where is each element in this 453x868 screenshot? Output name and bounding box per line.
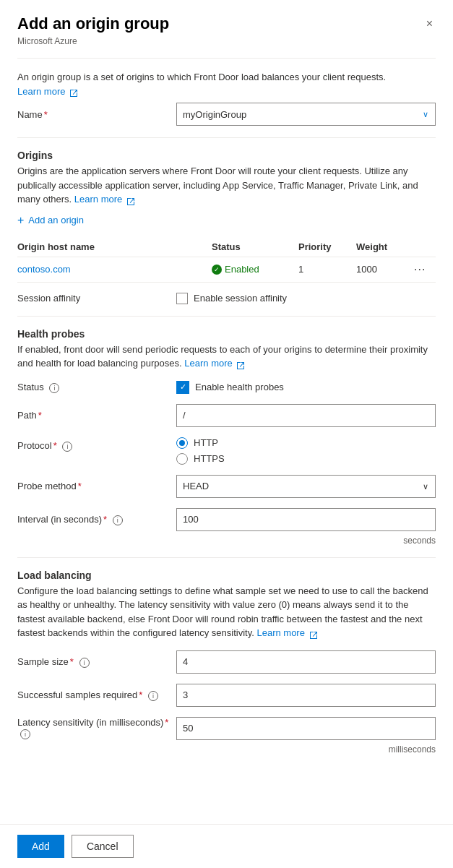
- interval-input[interactable]: [176, 508, 436, 531]
- probe-method-row: Probe method* HEAD GET: [17, 475, 436, 498]
- protocol-info-icon[interactable]: i: [62, 442, 72, 452]
- footer: Add Cancel: [0, 824, 453, 868]
- col-status: Status: [212, 241, 298, 252]
- protocol-https-label[interactable]: HTTPS: [176, 453, 225, 465]
- session-affinity-row: Session affinity Enable session affinity: [17, 293, 436, 304]
- session-affinity-label: Session affinity: [17, 293, 176, 304]
- intro-learn-more-link[interactable]: Learn more: [17, 86, 78, 97]
- load-balancing-section: Load balancing Configure the load balanc…: [17, 570, 436, 755]
- origin-weight: 1000: [356, 264, 414, 275]
- probe-method-wrapper: HEAD GET: [176, 475, 436, 498]
- name-label: Name*: [17, 109, 176, 120]
- sample-size-row: Sample size* i: [17, 650, 436, 674]
- check-icon: ✓: [212, 265, 222, 275]
- origin-priority: 1: [298, 264, 356, 275]
- health-status-label: Status i: [17, 382, 176, 393]
- panel-title: Add an origin group: [17, 14, 169, 33]
- radio-inner-dot: [179, 440, 185, 446]
- protocol-https-radio[interactable]: [176, 453, 188, 465]
- sample-size-input[interactable]: [176, 650, 436, 674]
- path-label: Path*: [17, 410, 176, 421]
- successful-samples-input[interactable]: [176, 684, 436, 707]
- successful-samples-label: Successful samples required* i: [17, 689, 176, 701]
- latency-input[interactable]: [176, 717, 436, 740]
- health-external-icon: [236, 360, 245, 369]
- name-row: Name* myOriginGroup: [17, 103, 436, 126]
- protocol-http-radio[interactable]: [176, 437, 188, 449]
- add-origin-button[interactable]: + Add an origin: [17, 211, 84, 230]
- plus-icon: +: [17, 214, 24, 227]
- load-balancing-description: Configure the load balancing settings to…: [17, 584, 436, 640]
- successful-samples-row: Successful samples required* i: [17, 684, 436, 707]
- sample-size-label: Sample size* i: [17, 656, 176, 668]
- health-probes-description: If enabled, front door will send periodi…: [17, 343, 436, 371]
- health-probes-enable-label[interactable]: ✓ Enable health probes: [176, 381, 284, 394]
- load-learn-more-link[interactable]: Learn more: [256, 627, 317, 638]
- latency-info-icon[interactable]: i: [20, 729, 30, 739]
- interval-label: Interval (in seconds)* i: [17, 514, 176, 525]
- external-link-icon: [69, 87, 78, 96]
- probe-method-select[interactable]: HEAD GET: [176, 475, 436, 498]
- origins-section: Origins Origins are the application serv…: [17, 150, 436, 304]
- name-select-wrapper: myOriginGroup: [176, 103, 436, 126]
- load-external-icon: [309, 629, 318, 638]
- latency-row: Latency sensitivity (in milliseconds)* i: [17, 717, 436, 740]
- name-select[interactable]: myOriginGroup: [176, 103, 436, 126]
- origin-host-link[interactable]: contoso.com: [17, 264, 71, 275]
- interval-suffix: seconds: [17, 536, 436, 546]
- session-affinity-checkbox[interactable]: [176, 293, 188, 304]
- successful-samples-info-icon[interactable]: i: [148, 691, 158, 701]
- col-host: Origin host name: [17, 241, 212, 252]
- interval-row: Interval (in seconds)* i: [17, 508, 436, 531]
- col-weight: Weight: [356, 241, 414, 252]
- path-input[interactable]: [176, 404, 436, 427]
- interval-info-icon[interactable]: i: [113, 515, 123, 525]
- table-row: contoso.com ✓ Enabled 1 1000 ···: [17, 257, 436, 283]
- origins-external-icon: [126, 196, 135, 205]
- sample-size-info-icon[interactable]: i: [79, 658, 90, 668]
- load-balancing-heading: Load balancing: [17, 570, 436, 581]
- health-status-row: Status i ✓ Enable health probes: [17, 381, 436, 394]
- cancel-button[interactable]: Cancel: [72, 835, 134, 858]
- protocol-radio-group: HTTP HTTPS: [176, 437, 225, 465]
- protocol-row: Protocol* i HTTP HTTPS: [17, 437, 436, 465]
- status-info-icon[interactable]: i: [49, 383, 59, 393]
- protocol-label: Protocol* i: [17, 437, 176, 452]
- add-button[interactable]: Add: [17, 835, 64, 858]
- intro-description: An origin group is a set of origins to w…: [17, 70, 436, 98]
- health-probes-heading: Health probes: [17, 328, 436, 340]
- path-row: Path*: [17, 404, 436, 427]
- close-button[interactable]: ×: [423, 14, 436, 33]
- origins-learn-more-link[interactable]: Learn more: [74, 194, 135, 205]
- session-affinity-checkbox-label[interactable]: Enable session affinity: [176, 293, 287, 304]
- panel-subtitle: Microsoft Azure: [17, 36, 436, 46]
- health-probes-checkbox[interactable]: ✓: [176, 381, 189, 394]
- protocol-http-label[interactable]: HTTP: [176, 437, 225, 449]
- probe-method-label: Probe method*: [17, 481, 176, 491]
- origin-ellipsis-button[interactable]: ···: [414, 263, 426, 276]
- protocol-http-text: HTTP: [194, 437, 218, 448]
- col-priority: Priority: [298, 241, 356, 252]
- latency-label: Latency sensitivity (in milliseconds)* i: [17, 717, 176, 739]
- origin-status: ✓ Enabled: [212, 264, 298, 275]
- origins-table-header: Origin host name Status Priority Weight: [17, 237, 436, 257]
- origins-heading: Origins: [17, 150, 436, 161]
- protocol-https-text: HTTPS: [194, 453, 225, 464]
- health-learn-more-link[interactable]: Learn more: [184, 358, 245, 369]
- latency-suffix: milliseconds: [17, 744, 436, 755]
- health-probes-section: Health probes If enabled, front door wil…: [17, 328, 436, 546]
- origins-description: Origins are the application servers wher…: [17, 164, 436, 207]
